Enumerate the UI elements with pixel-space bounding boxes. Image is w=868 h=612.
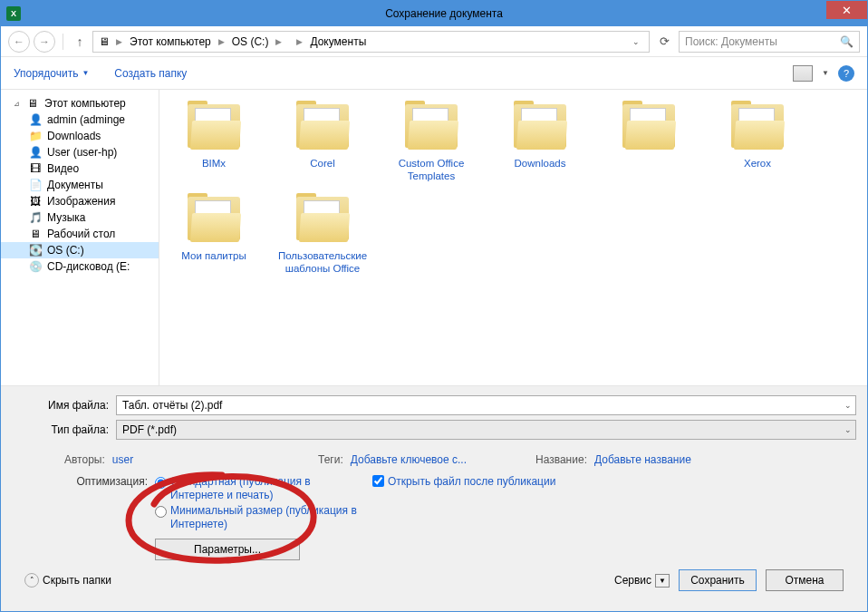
folder-label: Мои палитры	[181, 249, 246, 262]
chevron-down-icon: ▼	[655, 574, 670, 588]
tree-item[interactable]: 💽OS (C:)	[1, 242, 159, 258]
folder-item[interactable]: Custom Office Templates	[386, 99, 477, 182]
tree-item[interactable]: 💿CD-дисковод (E:	[1, 258, 159, 275]
item-icon: 🎞	[28, 162, 43, 175]
chevron-down-icon[interactable]: ⌄	[844, 425, 852, 434]
navigation-tree: ⊿ 🖥 Этот компьютер 👤admin (adminge📁Downl…	[1, 90, 159, 385]
checkbox-input[interactable]	[372, 475, 384, 487]
folder-item[interactable]: Xerox	[712, 99, 803, 182]
folder-icon	[617, 99, 680, 153]
optimize-minimum-radio[interactable]: Минимальный размер (публикация в Интерне…	[155, 504, 363, 531]
item-icon: 🖼	[28, 195, 43, 208]
folder-label: Xerox	[744, 157, 771, 170]
title-bar: X Сохранение документа ✕	[1, 1, 867, 26]
chevron-down-icon[interactable]: ⌄	[844, 401, 852, 410]
back-button[interactable]: ←	[8, 31, 30, 53]
hide-folders-button[interactable]: ˄ Скрыть папки	[24, 573, 111, 588]
item-icon: 📄	[28, 179, 43, 191]
window-title: Сохранение документа	[21, 7, 867, 20]
folder-content[interactable]: BIMx Corel Custom Office Templates Downl…	[159, 90, 867, 385]
tree-item-label: Изображения	[47, 195, 115, 208]
folder-icon	[291, 99, 354, 153]
folder-item[interactable]: Мои палитры	[169, 191, 259, 275]
chevron-right-icon[interactable]: ▶	[113, 37, 125, 46]
save-button[interactable]: Сохранить	[679, 569, 757, 591]
tree-item-label: User (user-hp)	[47, 146, 117, 159]
tree-item[interactable]: 👤User (user-hp)	[1, 144, 159, 160]
tree-item[interactable]: 📁Downloads	[1, 128, 159, 144]
help-button[interactable]: ?	[838, 65, 854, 82]
optimize-label: Оптимизация:	[12, 475, 155, 560]
search-placeholder: Поиск: Документы	[685, 35, 777, 48]
item-icon: 👤	[28, 113, 43, 126]
item-icon: 💿	[28, 260, 43, 273]
folder-icon	[291, 191, 354, 246]
cancel-button[interactable]: Отмена	[766, 569, 844, 591]
tree-item[interactable]: 👤admin (adminge	[1, 112, 159, 128]
folder-item[interactable]: Downloads	[495, 99, 585, 182]
tree-item[interactable]: 🖥Рабочий стол	[1, 226, 159, 242]
refresh-button[interactable]: ⟳	[653, 31, 675, 53]
radio-input[interactable]	[155, 477, 167, 489]
title-label: Название:	[535, 453, 587, 466]
tags-value[interactable]: Добавьте ключевое с...	[351, 453, 467, 466]
folder-label: BIMx	[202, 157, 226, 170]
service-menu[interactable]: Сервис ▼	[614, 574, 670, 588]
excel-icon: X	[6, 6, 21, 21]
tree-root[interactable]: ⊿ 🖥 Этот компьютер	[1, 95, 159, 112]
forward-button[interactable]: →	[34, 31, 55, 53]
tree-item-label: CD-дисковод (E:	[47, 260, 130, 273]
tree-item[interactable]: 🖼Изображения	[1, 193, 159, 209]
filename-input[interactable]: Табл. отчёты (2).pdf ⌄	[116, 395, 856, 415]
chevron-right-icon[interactable]: ▶	[294, 37, 305, 46]
breadcrumb-dropdown[interactable]: ⌄	[627, 37, 645, 46]
computer-icon: 🖥	[25, 97, 40, 110]
search-input[interactable]: Поиск: Документы 🔍	[679, 31, 860, 53]
folder-item[interactable]: Corel	[277, 99, 368, 182]
optimize-standard-radio[interactable]: Стандартная (публикация в Интернете и пе…	[155, 475, 363, 502]
toolbar: Упорядочить ▼ Создать папку ▼ ?	[1, 57, 867, 90]
up-button[interactable]: ↑	[71, 33, 89, 51]
organize-menu[interactable]: Упорядочить ▼	[14, 67, 89, 80]
view-options-button[interactable]	[793, 65, 813, 82]
item-icon: 🖥	[28, 228, 43, 240]
authors-value[interactable]: user	[112, 453, 133, 466]
filetype-select[interactable]: PDF (*.pdf) ⌄	[116, 420, 856, 440]
tree-item[interactable]: 🎞Видео	[1, 160, 159, 177]
folder-item[interactable]: BIMx	[169, 99, 259, 182]
folder-item[interactable]	[603, 99, 694, 182]
folder-label: Пользовательские шаблоны Office	[277, 249, 368, 275]
chevron-right-icon[interactable]: ▶	[216, 37, 227, 46]
close-button[interactable]: ✕	[826, 1, 867, 19]
sidebar-splitter[interactable]	[155, 90, 159, 385]
folder-label: Corel	[310, 157, 334, 170]
chevron-right-icon[interactable]: ▶	[273, 37, 285, 46]
folder-item[interactable]: Пользовательские шаблоны Office	[277, 191, 368, 275]
title-value[interactable]: Добавьте название	[594, 453, 691, 466]
breadcrumb[interactable]: 🖥 ▶ Этот компьютер ▶ OS (C:) ▶ ▶ Докумен…	[92, 31, 650, 53]
folder-icon	[182, 191, 246, 246]
folder-label: Custom Office Templates	[386, 157, 477, 182]
chevron-down-icon: ▼	[82, 69, 89, 77]
navigation-bar: ← → ↑ 🖥 ▶ Этот компьютер ▶ OS (C:) ▶ ▶ Д…	[1, 26, 867, 57]
filename-label: Имя файла:	[12, 399, 116, 412]
chevron-down-icon[interactable]: ▼	[822, 69, 829, 77]
breadcrumb-part[interactable]: OS (C:)	[229, 35, 272, 48]
collapse-icon[interactable]: ⊿	[14, 100, 21, 108]
item-icon: 💽	[28, 244, 43, 257]
tree-item-label: admin (adminge	[47, 113, 125, 126]
breadcrumb-part[interactable]: Этот компьютер	[127, 35, 214, 48]
search-icon: 🔍	[840, 35, 854, 48]
tree-item-label: OS (C:)	[47, 244, 84, 257]
breadcrumb-part[interactable]: Документы	[307, 35, 369, 48]
folder-icon	[182, 99, 246, 153]
new-folder-button[interactable]: Создать папку	[114, 67, 187, 80]
tree-item[interactable]: 🎵Музыка	[1, 209, 159, 226]
authors-label: Авторы:	[64, 453, 105, 466]
computer-icon: 🖥	[97, 34, 111, 49]
radio-input[interactable]	[155, 506, 167, 518]
open-after-checkbox[interactable]: Открыть файл после публикации	[372, 475, 555, 489]
tree-item[interactable]: 📄Документы	[1, 177, 159, 193]
tree-item-label: Музыка	[47, 211, 85, 224]
parameters-button[interactable]: Параметры...	[155, 539, 300, 560]
